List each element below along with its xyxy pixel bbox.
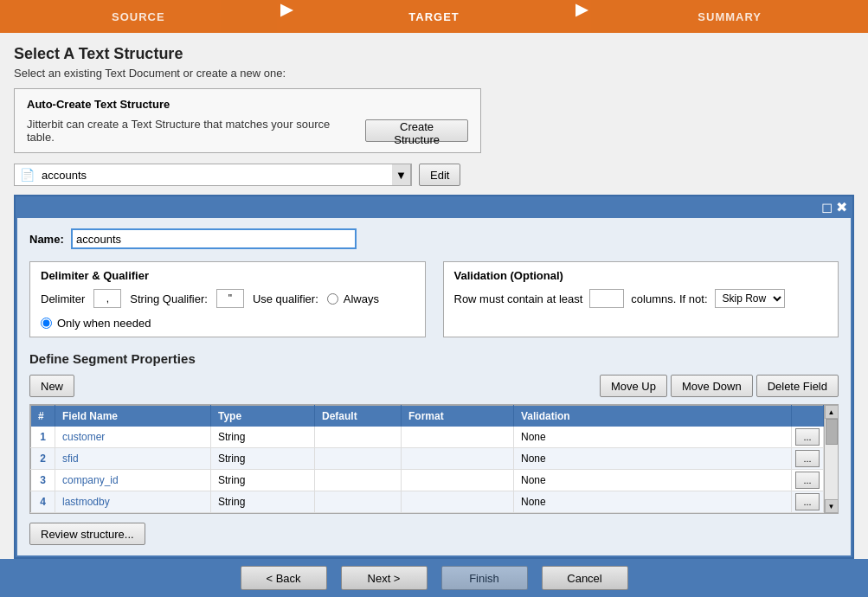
scroll-down-arrow[interactable]: ▼ [825, 499, 839, 513]
settings-row: Delimiter & Qualifier Delimiter String Q… [29, 261, 839, 337]
table-scrollbar[interactable]: ▲ ▼ [824, 405, 838, 513]
cell-field-name: company_id [55, 470, 211, 491]
table-row[interactable]: 1 customer String None ... [31, 427, 824, 448]
move-up-button[interactable]: Move Up [600, 375, 667, 397]
create-structure-button[interactable]: Create Structure [365, 119, 468, 142]
cell-num: 1 [31, 427, 55, 448]
cell-num: 2 [31, 448, 55, 470]
fields-table-wrapper: # Field Name Type Default Format Validat… [29, 404, 839, 514]
cell-field-name: customer [55, 427, 211, 448]
close-icon[interactable]: ✖ [836, 199, 847, 215]
cell-action: ... [792, 427, 824, 448]
only-when-needed-radio-label[interactable]: Only when needed [41, 317, 151, 330]
next-button[interactable]: Next > [341, 566, 428, 590]
cell-field-name: lastmodby [55, 491, 211, 513]
cell-default [315, 448, 402, 470]
delete-field-button[interactable]: Delete Field [756, 375, 839, 397]
new-button[interactable]: New [29, 375, 74, 397]
accounts-dropdown[interactable]: 📄 accounts ▼ [14, 164, 412, 186]
cell-default [315, 491, 402, 513]
nav-arrow-2: ▶ [572, 0, 591, 33]
auto-create-box: Auto-Create Text Structure Jitterbit can… [14, 88, 481, 153]
scroll-thumb[interactable] [826, 419, 838, 445]
review-structure-button[interactable]: Review structure... [29, 523, 145, 545]
dialog-titlebar: ◻ ✖ [16, 196, 852, 218]
dropdown-value: accounts [40, 169, 392, 182]
cell-field-name: sfid [55, 448, 211, 470]
use-qualifier-label: Use qualifier: [253, 292, 318, 305]
col-header-actions [792, 406, 824, 427]
back-button[interactable]: < Back [241, 566, 327, 590]
top-navigation: SOURCE ▶ TARGET ▶ SUMMARY [0, 0, 868, 33]
validation-input[interactable] [589, 289, 624, 308]
col-header-validation: Validation [514, 406, 792, 427]
dialog-panel: ◻ ✖ Name: Delimiter & Qualifier Delimite… [14, 195, 854, 559]
auto-create-description: Jitterbit can create a Text Structure th… [27, 118, 351, 144]
cell-action: ... [792, 448, 824, 470]
cell-default [315, 470, 402, 491]
cell-action: ... [792, 470, 824, 491]
nav-summary[interactable]: SUMMARY [591, 0, 868, 33]
scroll-track [825, 419, 838, 499]
row-action-button[interactable]: ... [795, 493, 820, 510]
cell-type: String [211, 448, 315, 470]
validation-row: Row must contain at least columns. If no… [454, 289, 828, 308]
cell-format [402, 491, 514, 513]
table-row[interactable]: 2 sfid String None ... [31, 448, 824, 470]
only-when-needed-radio[interactable] [41, 318, 52, 329]
dialog-body: Name: Delimiter & Qualifier Delimiter St… [17, 218, 851, 555]
delimiter-title: Delimiter & Qualifier [41, 269, 415, 282]
review-btn-row: Review structure... [29, 523, 839, 545]
dropdown-arrow-button[interactable]: ▼ [392, 164, 411, 186]
target-label: TARGET [408, 10, 459, 23]
cell-validation: None [514, 448, 792, 470]
delimiter-label: Delimiter [41, 292, 85, 305]
scroll-up-arrow[interactable]: ▲ [825, 405, 839, 419]
segment-toolbar: New Move Up Move Down Delete Field [29, 375, 839, 397]
edit-button[interactable]: Edit [419, 164, 460, 186]
page-subtitle: Select an existing Text Document or crea… [14, 67, 854, 80]
cell-format [402, 470, 514, 491]
fields-table-inner: # Field Name Type Default Format Validat… [30, 405, 824, 513]
restore-icon[interactable]: ◻ [821, 199, 833, 215]
move-down-button[interactable]: Move Down [671, 375, 753, 397]
delimiter-box: Delimiter & Qualifier Delimiter String Q… [29, 261, 426, 337]
table-row[interactable]: 3 company_id String None ... [31, 470, 824, 491]
cell-type: String [211, 427, 315, 448]
cell-validation: None [514, 491, 792, 513]
cancel-button[interactable]: Cancel [542, 566, 628, 590]
nav-source[interactable]: SOURCE [0, 0, 277, 33]
dropdown-row: 📄 accounts ▼ Edit [14, 164, 854, 186]
summary-label: SUMMARY [698, 10, 762, 23]
name-row: Name: [29, 228, 839, 249]
cell-num: 4 [31, 491, 55, 513]
row-action-button[interactable]: ... [795, 472, 820, 489]
delimiter-row: Delimiter String Qualifier: Use qualifie… [41, 289, 415, 330]
delimiter-input[interactable] [93, 289, 121, 308]
col-header-format: Format [402, 406, 514, 427]
validation-label: Row must contain at least [454, 292, 583, 305]
only-when-needed-label: Only when needed [57, 317, 151, 330]
row-action-button[interactable]: ... [795, 450, 820, 467]
source-label: SOURCE [112, 10, 165, 23]
cell-action: ... [792, 491, 824, 513]
cell-num: 3 [31, 470, 55, 491]
validation-title: Validation (Optional) [454, 269, 828, 282]
cell-type: String [211, 491, 315, 513]
always-radio-label[interactable]: Always [327, 292, 379, 305]
validation-box: Validation (Optional) Row must contain a… [443, 261, 839, 337]
segment-actions: Move Up Move Down Delete Field [600, 375, 839, 397]
main-content: Select A Text Structure Select an existi… [0, 33, 868, 568]
row-action-button[interactable]: ... [795, 428, 820, 446]
col-header-default: Default [315, 406, 402, 427]
skip-row-select[interactable]: Skip Row Error Ignore [715, 289, 785, 308]
qualifier-input[interactable] [216, 289, 244, 308]
cell-default [315, 427, 402, 448]
cell-type: String [211, 470, 315, 491]
always-radio[interactable] [327, 293, 338, 305]
finish-button[interactable]: Finish [441, 566, 528, 590]
name-label: Name: [29, 233, 64, 246]
name-input[interactable] [71, 228, 357, 249]
table-row[interactable]: 4 lastmodby String None ... [31, 491, 824, 513]
nav-target[interactable]: TARGET [296, 0, 573, 33]
